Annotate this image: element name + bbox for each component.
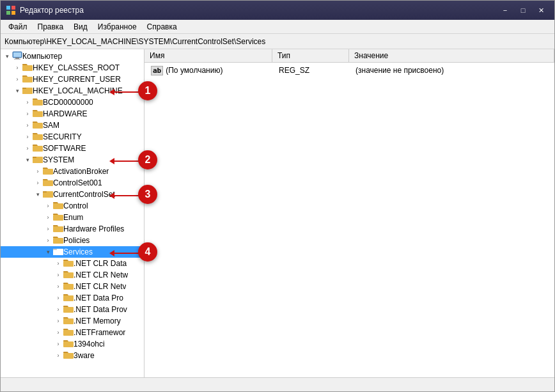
tree-item[interactable]: › .NET CLR Netw: [1, 269, 144, 281]
expand-icon[interactable]: ›: [53, 258, 63, 269]
tree-label: CurrentControlSet: [53, 190, 115, 199]
svg-rect-5: [13, 52, 21, 57]
folder-icon: [63, 293, 74, 304]
tree-item[interactable]: › .NET Data Prov: [1, 304, 144, 315]
expand-icon[interactable]: ›: [33, 166, 43, 176]
expand-icon[interactable]: ›: [12, 74, 22, 84]
tree-item[interactable]: › .NETFramewor: [1, 327, 144, 338]
tree-item[interactable]: › SAM: [1, 120, 144, 131]
list-row[interactable]: ab(По умолчанию)REG_SZ(значение не присв…: [145, 64, 554, 77]
close-button[interactable]: ✕: [533, 3, 549, 17]
tree-item[interactable]: › Control: [1, 200, 144, 212]
folder-icon: [43, 189, 53, 200]
expand-icon[interactable]: ›: [43, 235, 53, 246]
collapse-icon[interactable]: ▾: [2, 51, 12, 61]
tree-item[interactable]: › ActivationBroker: [1, 166, 144, 177]
menu-help[interactable]: Справка: [142, 21, 182, 33]
expand-icon[interactable]: ›: [43, 224, 53, 234]
folder-icon: [53, 224, 63, 235]
svg-rect-16: [33, 134, 43, 140]
expand-icon[interactable]: ›: [53, 327, 63, 338]
collapse-icon[interactable]: ▾: [43, 247, 53, 257]
tree-item[interactable]: › .NET Memory: [1, 315, 144, 327]
folder-icon: [63, 327, 74, 338]
tree-item[interactable]: › .NET Data Pro: [1, 292, 144, 304]
expand-icon[interactable]: ›: [53, 293, 63, 303]
svg-rect-6: [15, 58, 19, 59]
main-content: ▾ Компьютер› HKEY_CLASSES_ROOT› HKEY_CUR…: [1, 49, 554, 377]
collapse-icon[interactable]: ▾: [22, 155, 33, 165]
expand-icon[interactable]: ›: [53, 281, 63, 292]
expand-icon[interactable]: ›: [43, 212, 53, 223]
tree-item[interactable]: › 3ware: [1, 350, 144, 361]
expand-icon[interactable]: ›: [53, 339, 63, 349]
svg-rect-22: [43, 180, 53, 186]
tree-item[interactable]: › HKEY_CURRENT_USER: [1, 74, 144, 85]
folder-icon: [53, 201, 63, 212]
folder-icon: [63, 258, 74, 269]
tree-label: HARDWARE: [43, 109, 88, 118]
tree-item[interactable]: › .NET CLR Data: [1, 258, 144, 269]
folder-icon: [63, 304, 74, 315]
tree-item[interactable]: ▾ HKEY_LOCAL_MACHINE: [1, 85, 144, 97]
minimize-button[interactable]: −: [497, 3, 513, 17]
svg-rect-8: [22, 65, 33, 71]
tree-label: 3ware: [74, 351, 95, 360]
tree-label: Компьютер: [22, 52, 62, 61]
folder-icon: [63, 281, 74, 292]
tree-label: SOFTWARE: [43, 144, 86, 153]
col-name[interactable]: Имя: [145, 49, 272, 62]
tree-item[interactable]: › HKEY_CLASSES_ROOT: [1, 62, 144, 74]
expand-icon[interactable]: ›: [53, 270, 63, 280]
svg-rect-33: [63, 261, 74, 267]
tree-item[interactable]: › Policies: [1, 235, 144, 246]
svg-rect-7: [14, 59, 20, 59]
col-value[interactable]: Значение: [349, 49, 554, 62]
expand-icon[interactable]: ›: [53, 350, 63, 361]
menu-file[interactable]: Файл: [3, 21, 33, 33]
tree-item[interactable]: ▾ Компьютер: [1, 51, 144, 62]
folder-icon: [63, 339, 74, 350]
tree-item[interactable]: › HARDWARE: [1, 108, 144, 120]
tree-item[interactable]: › SECURITY: [1, 131, 144, 143]
tree-label: SECURITY: [43, 132, 82, 141]
expand-icon[interactable]: ›: [33, 178, 43, 188]
tree-item[interactable]: › ControlSet001: [1, 177, 144, 189]
right-panel: Имя Тип Значение ab(По умолчанию)REG_SZ(…: [145, 49, 554, 377]
expand-icon[interactable]: ›: [22, 109, 33, 119]
restore-button[interactable]: □: [515, 3, 531, 17]
collapse-icon[interactable]: ▾: [33, 189, 43, 200]
expand-icon[interactable]: ›: [22, 132, 33, 142]
tree-item[interactable]: › 1394ohci: [1, 338, 144, 350]
collapse-icon[interactable]: ▾: [12, 86, 22, 96]
expand-icon[interactable]: ›: [22, 143, 33, 153]
tree-label: .NET CLR Netv: [74, 282, 126, 291]
tree-label: Enum: [63, 213, 83, 222]
svg-rect-37: [63, 307, 74, 313]
tree-item[interactable]: › .NET CLR Netv: [1, 281, 144, 292]
menu-favorites[interactable]: Избранное: [93, 21, 142, 33]
expand-icon[interactable]: ›: [43, 201, 53, 211]
tree-item[interactable]: › Enum: [1, 212, 144, 223]
tree-item[interactable]: › Hardware Profiles: [1, 223, 144, 235]
tree-panel[interactable]: ▾ Компьютер› HKEY_CLASSES_ROOT› HKEY_CUR…: [1, 49, 145, 377]
folder-icon: [43, 166, 53, 177]
tree-item[interactable]: ▾ Services: [1, 246, 144, 258]
tree-item[interactable]: › SOFTWARE: [1, 143, 144, 154]
col-type[interactable]: Тип: [272, 49, 349, 62]
tree-item[interactable]: › BCD00000000: [1, 97, 144, 108]
svg-rect-26: [53, 203, 63, 209]
tree-item[interactable]: ▾ CurrentControlSet: [1, 189, 144, 200]
expand-icon[interactable]: ›: [53, 316, 63, 326]
tree-item[interactable]: ▾ SYSTEM: [1, 154, 144, 166]
svg-rect-35: [63, 284, 74, 290]
menu-view[interactable]: Вид: [68, 21, 93, 33]
expand-icon[interactable]: ›: [53, 304, 63, 315]
tree-label: .NET CLR Netw: [74, 270, 128, 279]
expand-icon[interactable]: ›: [22, 97, 33, 107]
menu-edit[interactable]: Правка: [33, 21, 69, 33]
folder-icon: [33, 120, 43, 131]
tree-label: HKEY_CURRENT_USER: [33, 75, 121, 84]
expand-icon[interactable]: ›: [12, 63, 22, 73]
expand-icon[interactable]: ›: [22, 120, 33, 130]
